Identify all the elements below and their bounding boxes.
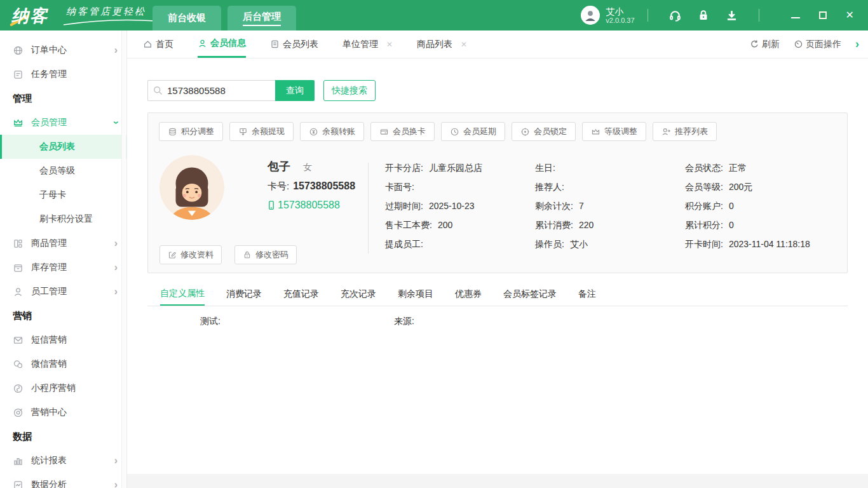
coins-icon bbox=[168, 127, 177, 137]
user-info: 艾小 v2.0.0.37 bbox=[606, 6, 634, 25]
chevron-right-icon: › bbox=[114, 44, 118, 56]
balance-transfer-button[interactable]: 余额转账 bbox=[300, 122, 364, 141]
referral-list-button[interactable]: 推荐列表 bbox=[653, 122, 717, 141]
tab-consumption-records[interactable]: 消费记录 bbox=[226, 283, 262, 306]
sidebar-item-sms-marketing[interactable]: 短信营销 bbox=[0, 328, 126, 352]
chevron-down-icon: › bbox=[110, 121, 121, 124]
bar-chart-icon bbox=[13, 456, 24, 466]
sidebar-item-inventory-management[interactable]: 库存管理 › bbox=[0, 255, 126, 280]
nav-tab-front-cashier[interactable]: 前台收银 bbox=[153, 6, 221, 30]
quick-search-button[interactable]: 快捷搜索 bbox=[323, 80, 376, 101]
member-status-value: 正常 bbox=[729, 163, 747, 173]
edit-profile-button[interactable]: 修改资料 bbox=[159, 245, 222, 264]
card-label: 卡号: bbox=[268, 180, 289, 191]
tab-recharge-records[interactable]: 充值记录 bbox=[283, 283, 319, 306]
tab-member-list[interactable]: 会员列表 bbox=[270, 30, 318, 58]
expiry-date-value: 2025-10-23 bbox=[429, 201, 475, 211]
lock-icon[interactable] bbox=[697, 9, 710, 22]
detail-tabs: 自定义属性 消费记录 充值记录 充次记录 剩余项目 优惠券 会员标签记录 备注 bbox=[147, 283, 848, 306]
crown-icon bbox=[591, 127, 600, 137]
sidebar-item-wechat-marketing[interactable]: 微信营销 bbox=[0, 352, 126, 376]
member-detail-panel: 积分调整 余额提现 余额转账 会员换卡 bbox=[147, 112, 848, 273]
transfer-icon bbox=[309, 127, 318, 137]
search-input[interactable] bbox=[147, 80, 275, 101]
chevron-right-icon: › bbox=[114, 455, 118, 466]
query-button[interactable]: 查询 bbox=[275, 80, 315, 101]
sidebar-item-card-points-settings[interactable]: 刷卡积分设置 bbox=[0, 207, 126, 231]
tab-custom-attributes[interactable]: 自定义属性 bbox=[160, 283, 205, 306]
tab-member-tag-records[interactable]: 会员标签记录 bbox=[503, 283, 557, 306]
refresh-icon bbox=[750, 39, 759, 49]
tab-home[interactable]: 首页 bbox=[143, 30, 173, 58]
info-column-1: 开卡分店:儿童乐园总店 卡面号: 过期时间:2025-10-23 售卡工本费:2… bbox=[385, 158, 535, 254]
member-gender: 女 bbox=[303, 162, 312, 173]
staff-icon bbox=[13, 287, 24, 297]
tab-goods-list[interactable]: 商品列表 ✕ bbox=[417, 30, 467, 58]
chevron-right-icon: › bbox=[114, 479, 118, 488]
refresh-button[interactable]: 刷新 bbox=[750, 39, 780, 50]
analysis-icon bbox=[13, 480, 24, 488]
sidebar-item-member-management[interactable]: 会员管理 › bbox=[0, 111, 126, 135]
window-maximize-button[interactable] bbox=[819, 9, 827, 22]
window-close-button[interactable]: ✕ bbox=[846, 9, 854, 22]
info-column-3: 会员状态:正常 会员等级:200元 积分账户:0 累计积分:0 开卡时间:202… bbox=[685, 158, 850, 254]
globe-icon bbox=[13, 45, 24, 56]
sidebar-scrollbar[interactable] bbox=[121, 30, 126, 488]
sidebar-item-parent-child-card[interactable]: 子母卡 bbox=[0, 183, 126, 207]
wechat-icon bbox=[13, 359, 24, 370]
points-adjust-button[interactable]: 积分调整 bbox=[159, 122, 223, 141]
tagline-swoosh bbox=[62, 18, 158, 27]
window-minimize-button[interactable] bbox=[791, 9, 800, 22]
goods-icon bbox=[13, 238, 24, 249]
miniprogram-icon bbox=[13, 383, 24, 394]
level-adjust-button[interactable]: 等级调整 bbox=[582, 122, 646, 141]
tab-times-recharge-records[interactable]: 充次记录 bbox=[341, 283, 376, 306]
sidebar-item-task-management[interactable]: 任务管理 bbox=[0, 62, 126, 86]
support-icon[interactable] bbox=[668, 9, 682, 22]
sidebar-item-miniprogram-marketing[interactable]: 小程序营销 bbox=[0, 376, 126, 400]
sidebar-item-data-analysis[interactable]: 数据分析 › bbox=[0, 473, 126, 488]
member-level-value: 200元 bbox=[729, 182, 752, 192]
referral-icon bbox=[661, 127, 671, 137]
remaining-times-value: 7 bbox=[579, 201, 584, 211]
member-lock-button[interactable]: 会员锁定 bbox=[512, 122, 576, 141]
member-card-row: 卡号:15738805588 bbox=[268, 180, 355, 193]
divider bbox=[368, 163, 369, 254]
sidebar-item-goods-management[interactable]: 商品管理 › bbox=[0, 231, 126, 255]
inventory-icon bbox=[13, 262, 24, 273]
header-nav-tabs: 前台收银 后台管理 bbox=[153, 6, 296, 30]
member-card-swap-button[interactable]: 会员换卡 bbox=[370, 122, 435, 141]
close-tab-icon[interactable]: ✕ bbox=[461, 40, 467, 49]
balance-withdraw-button[interactable]: 余额提现 bbox=[229, 122, 294, 141]
close-tab-icon[interactable]: ✕ bbox=[386, 40, 393, 49]
download-icon[interactable] bbox=[725, 9, 738, 22]
edit-password-button[interactable]: 修改密码 bbox=[234, 245, 297, 264]
nav-tab-backend-management[interactable]: 后台管理 bbox=[227, 6, 296, 30]
tab-remarks[interactable]: 备注 bbox=[578, 283, 596, 306]
sidebar-item-member-list[interactable]: 会员列表 bbox=[0, 135, 126, 159]
sidebar-item-statistics-report[interactable]: 统计报表 › bbox=[0, 449, 126, 473]
chevron-right-icon[interactable]: › bbox=[855, 37, 859, 51]
member-phone-row[interactable]: 15738805588 bbox=[266, 200, 340, 211]
page-operations-button[interactable]: 页面操作 bbox=[794, 39, 841, 50]
withdraw-icon bbox=[238, 127, 248, 137]
tab-coupons[interactable]: 优惠券 bbox=[455, 283, 482, 306]
user-avatar[interactable] bbox=[581, 6, 600, 25]
tab-remaining-items[interactable]: 剩余项目 bbox=[398, 283, 433, 306]
total-consumption-value: 220 bbox=[579, 220, 593, 230]
sidebar-item-member-level[interactable]: 会员等级 bbox=[0, 159, 126, 183]
tab-member-info[interactable]: 会员信息 bbox=[198, 30, 246, 58]
app-tagline: 纳客管店更轻松 bbox=[66, 6, 146, 18]
sidebar: 订单中心 › 任务管理 管理 会员管理 › 会员列表 会员等级 子母卡 刷卡积分… bbox=[0, 30, 127, 488]
sidebar-item-order-center[interactable]: 订单中心 › bbox=[0, 38, 126, 62]
member-phone: 15738805588 bbox=[278, 200, 340, 211]
sidebar-item-marketing-center[interactable]: 营销中心 bbox=[0, 400, 126, 424]
page-tabbar: 首页 会员信息 会员列表 单位管理 ✕ 商品列表 ✕ 刷新 页面操作 bbox=[127, 30, 868, 58]
total-points-value: 0 bbox=[729, 220, 734, 230]
tab-unit-management[interactable]: 单位管理 ✕ bbox=[342, 30, 393, 58]
app-header: 纳客 纳客管店更轻松 前台收银 后台管理 艾小 v2.0.0.37 bbox=[0, 0, 868, 30]
person-icon bbox=[584, 9, 597, 22]
sidebar-item-staff-management[interactable]: 员工管理 › bbox=[0, 280, 126, 304]
gauge-icon bbox=[794, 39, 803, 49]
member-extend-button[interactable]: 会员延期 bbox=[441, 122, 505, 141]
